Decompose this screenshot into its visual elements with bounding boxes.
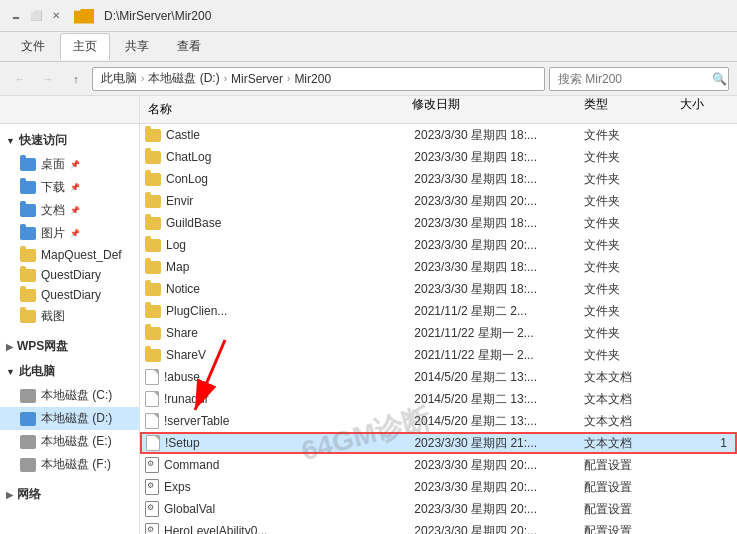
file-date: 2014/5/20 星期二 13:... — [414, 413, 584, 430]
forward-button[interactable]: → — [36, 67, 60, 91]
table-row[interactable]: HeroLevelAbility0... 2023/3/30 星期四 20:..… — [140, 520, 737, 534]
file-name: Exps — [164, 480, 191, 494]
window-controls[interactable]: 🗕 ⬜ ✕ — [8, 8, 64, 24]
ribbon-tab-view[interactable]: 查看 — [164, 33, 214, 60]
questdiary2-folder-icon — [20, 289, 36, 302]
col-header-date[interactable]: 修改日期 — [412, 96, 584, 123]
sidebar-wps[interactable]: ▶ WPS网盘 — [0, 334, 139, 359]
search-box[interactable]: 🔍 — [549, 67, 729, 91]
pics-folder-icon — [20, 227, 36, 240]
sidebar-drive-f[interactable]: 本地磁盘 (F:) — [0, 453, 139, 476]
sidebar-quick-access[interactable]: ▼ 快速访问 — [0, 128, 139, 153]
col-header-name[interactable]: 名称 — [140, 96, 412, 123]
table-row[interactable]: Exps 2023/3/30 星期四 20:... 配置设置 — [140, 476, 737, 498]
sidebar-drive-c[interactable]: 本地磁盘 (C:) — [0, 384, 139, 407]
file-type: 文本文档 — [584, 391, 678, 408]
sidebar-item-questdiary2[interactable]: QuestDiary — [0, 285, 139, 305]
table-row[interactable]: !Setup 2023/3/30 星期四 21:... 文本文档 1 — [140, 432, 737, 454]
sidebar-item-docs[interactable]: 文档 📌 — [0, 199, 139, 222]
file-name: ChatLog — [166, 150, 211, 164]
breadcrumb-sep1: › — [141, 73, 144, 84]
sidebar-network[interactable]: ▶ 网络 — [0, 482, 139, 507]
file-name-cell: Exps — [145, 479, 414, 495]
sidebar-item-desktop[interactable]: 桌面 📌 — [0, 153, 139, 176]
thispc-chevron: ▼ — [6, 367, 15, 377]
table-row[interactable]: Notice 2023/3/30 星期四 18:... 文件夹 — [140, 278, 737, 300]
minimize-icon[interactable]: 🗕 — [8, 8, 24, 24]
table-row[interactable]: !runaddr 2014/5/20 星期二 13:... 文本文档 — [140, 388, 737, 410]
file-date: 2023/3/30 星期四 20:... — [414, 523, 584, 535]
file-type: 文本文档 — [584, 413, 678, 430]
file-name-cell: Castle — [145, 128, 414, 142]
breadcrumb-mirserver[interactable]: MirServer — [231, 72, 283, 86]
sidebar-drive-d[interactable]: 本地磁盘 (D:) — [0, 407, 139, 430]
sidebar: ▼ 快速访问 桌面 📌 下载 📌 文档 📌 图片 📌 — [0, 124, 140, 534]
sidebar-item-screenshot[interactable]: 截图 — [0, 305, 139, 328]
table-row[interactable]: ShareV 2021/11/22 星期一 2... 文件夹 — [140, 344, 737, 366]
sidebar-item-questdiary1[interactable]: QuestDiary — [0, 265, 139, 285]
file-name-cell: GlobalVal — [145, 501, 414, 517]
table-row[interactable]: Command 2023/3/30 星期四 20:... 配置设置 — [140, 454, 737, 476]
col-header-type[interactable]: 类型 — [584, 96, 679, 123]
pin-icon-pics: 📌 — [70, 229, 80, 238]
folder-icon — [145, 195, 161, 208]
up-button[interactable]: ↑ — [64, 67, 88, 91]
file-type: 文件夹 — [584, 237, 678, 254]
file-name: Notice — [166, 282, 200, 296]
table-row[interactable]: !abuse 2014/5/20 星期二 13:... 文本文档 — [140, 366, 737, 388]
file-type: 配置设置 — [584, 457, 678, 474]
breadcrumb-mir200[interactable]: Mir200 — [294, 72, 331, 86]
file-name-cell: ChatLog — [145, 150, 414, 164]
file-date: 2023/3/30 星期四 18:... — [414, 149, 584, 166]
file-name-cell: !Setup — [146, 435, 414, 451]
ribbon-tab-share[interactable]: 共享 — [112, 33, 162, 60]
ribbon-tab-home[interactable]: 主页 — [60, 33, 110, 60]
network-label: 网络 — [17, 486, 41, 503]
table-row[interactable]: ConLog 2023/3/30 星期四 18:... 文件夹 — [140, 168, 737, 190]
ribbon-tab-file[interactable]: 文件 — [8, 33, 58, 60]
file-type: 文件夹 — [584, 281, 678, 298]
table-row[interactable]: PlugClien... 2021/11/2 星期二 2... 文件夹 — [140, 300, 737, 322]
search-input[interactable] — [558, 72, 708, 86]
search-icon[interactable]: 🔍 — [712, 72, 727, 86]
back-button[interactable]: ← — [8, 67, 32, 91]
table-row[interactable]: Share 2021/11/22 星期一 2... 文件夹 — [140, 322, 737, 344]
breadcrumb-thispc[interactable]: 此电脑 — [101, 70, 137, 87]
table-row[interactable]: ChatLog 2023/3/30 星期四 18:... 文件夹 — [140, 146, 737, 168]
folder-icon — [145, 349, 161, 362]
table-row[interactable]: GuildBase 2023/3/30 星期四 18:... 文件夹 — [140, 212, 737, 234]
file-name: GuildBase — [166, 216, 221, 230]
file-date: 2023/3/30 星期四 20:... — [414, 479, 584, 496]
sidebar-item-mapquest[interactable]: MapQuest_Def — [0, 245, 139, 265]
cfg-icon — [145, 457, 159, 473]
close-icon[interactable]: ✕ — [48, 8, 64, 24]
maximize-icon[interactable]: ⬜ — [28, 8, 44, 24]
file-date: 2023/3/30 星期四 20:... — [414, 193, 584, 210]
pin-icon: 📌 — [70, 160, 80, 169]
sidebar-this-pc[interactable]: ▼ 此电脑 — [0, 359, 139, 384]
cfg-icon — [145, 523, 159, 534]
breadcrumb[interactable]: 此电脑 › 本地磁盘 (D:) › MirServer › Mir200 — [92, 67, 545, 91]
sidebar-item-downloads[interactable]: 下载 📌 — [0, 176, 139, 199]
folder-icon — [145, 173, 161, 186]
table-row[interactable]: Map 2023/3/30 星期四 18:... 文件夹 — [140, 256, 737, 278]
table-row[interactable]: Log 2023/3/30 星期四 20:... 文件夹 — [140, 234, 737, 256]
file-name: !serverTable — [164, 414, 229, 428]
docs-label: 文档 — [41, 202, 65, 219]
table-row[interactable]: Envir 2023/3/30 星期四 20:... 文件夹 — [140, 190, 737, 212]
file-date: 2023/3/30 星期四 18:... — [414, 127, 584, 144]
sidebar-drive-e[interactable]: 本地磁盘 (E:) — [0, 430, 139, 453]
sidebar-item-pictures[interactable]: 图片 📌 — [0, 222, 139, 245]
table-row[interactable]: GlobalVal 2023/3/30 星期四 20:... 配置设置 — [140, 498, 737, 520]
table-row[interactable]: Castle 2023/3/30 星期四 18:... 文件夹 — [140, 124, 737, 146]
file-date: 2014/5/20 星期二 13:... — [414, 391, 584, 408]
file-name: HeroLevelAbility0... — [164, 524, 267, 534]
txt-icon — [145, 391, 159, 407]
file-type: 配置设置 — [584, 501, 678, 518]
file-date: 2023/3/30 星期四 20:... — [414, 237, 584, 254]
col-header-size[interactable]: 大小 — [680, 96, 737, 123]
file-name-cell: GuildBase — [145, 216, 414, 230]
table-row[interactable]: !serverTable 2014/5/20 星期二 13:... 文本文档 — [140, 410, 737, 432]
folder-icon — [145, 327, 161, 340]
breadcrumb-drive[interactable]: 本地磁盘 (D:) — [148, 70, 219, 87]
